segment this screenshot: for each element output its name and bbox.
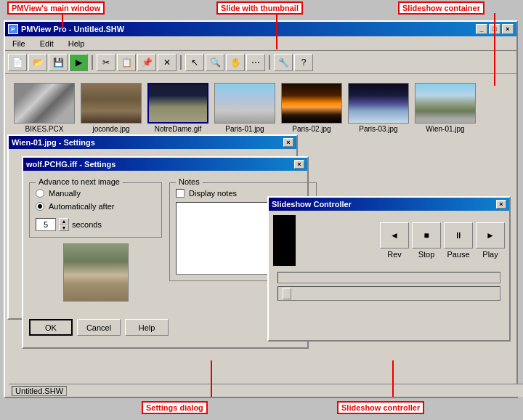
thumb-joconde[interactable]: joconde.jpg <box>81 83 142 133</box>
pause-label: Pause <box>444 250 473 259</box>
menu-bar: File Edit Help <box>5 36 516 51</box>
slideshow-ctrl-body: ◄ ■ ⏸ ► Rev Stop Pause Play <box>269 211 509 308</box>
radio-manually[interactable]: Manually <box>36 189 155 198</box>
slideshow-controller-annotation: Slideshow controller <box>337 401 424 414</box>
display-notes-label: Display notes <box>189 189 237 198</box>
thumb-img-notredame <box>147 83 208 124</box>
toolbar-help[interactable]: ? <box>294 54 313 71</box>
seconds-row: 5 ▲ ▼ seconds <box>36 218 155 231</box>
toolbar-save[interactable]: 💾 <box>49 54 68 71</box>
slideshow-ctrl-close[interactable]: × <box>496 200 506 209</box>
toolbar-copy[interactable]: 📋 <box>117 54 136 71</box>
toolbar-sep2 <box>180 55 182 70</box>
slideshow-controller: Slideshow Controller × ◄ ■ ⏸ ► Rev Stop … <box>267 196 511 342</box>
pause-button[interactable]: ⏸ <box>444 222 473 249</box>
toolbar-zoom[interactable]: 🔍 <box>206 54 224 71</box>
slider-thumb[interactable] <box>283 288 291 299</box>
window-title: PMView Pro - Untitled.SHW <box>21 25 124 33</box>
menu-help[interactable]: Help <box>64 38 89 49</box>
thumb-label-paris2: Paris-02.jpg <box>292 125 331 133</box>
ctrl-top-row: ◄ ■ ⏸ ► Rev Stop Pause Play <box>273 215 505 266</box>
title-bar: P PMView Pro - Untitled.SHW _ □ × <box>5 22 516 36</box>
slideshow-ctrl-title-text: Slideshow Controller <box>272 200 352 209</box>
status-panel: Untitled.SHW <box>12 386 67 396</box>
radio-auto-dot <box>38 204 42 209</box>
thumb-img-paris2 <box>281 83 342 124</box>
stop-button[interactable]: ■ <box>412 222 441 249</box>
radio-auto-label: Automatically after <box>49 202 114 211</box>
toolbar-cut[interactable]: ✂ <box>97 54 115 71</box>
app-icon: P <box>8 24 18 34</box>
wolf-preview-image <box>63 243 129 302</box>
thumb-img-bikes <box>14 83 75 124</box>
toolbar-props[interactable]: 🔧 <box>274 54 293 71</box>
status-text: Untitled.SHW <box>15 387 63 395</box>
dialog-wolf-close[interactable]: × <box>294 160 304 169</box>
minimize-button[interactable]: _ <box>476 24 487 34</box>
advance-group-label: Advance to next image <box>36 177 123 186</box>
toolbar-open[interactable]: 📂 <box>28 54 47 71</box>
thumb-label-wien: Wien-01.jpg <box>426 125 464 133</box>
radio-manually-circle[interactable] <box>36 189 44 198</box>
thumb-label-joconde: joconde.jpg <box>92 125 129 133</box>
spin-down[interactable]: ▼ <box>59 225 69 231</box>
ctrl-slider[interactable] <box>277 286 500 301</box>
thumb-bikes[interactable]: BIKES.PCX <box>14 83 75 133</box>
dialog-buttons: OK Cancel Help <box>23 313 307 342</box>
cancel-button[interactable]: Cancel <box>77 319 121 336</box>
spin-up[interactable]: ▲ <box>59 218 69 225</box>
thumb-wien[interactable]: Wien-01.jpg <box>415 83 476 133</box>
ctrl-button-labels: Rev Stop Pause Play <box>380 250 505 259</box>
toolbar-delete[interactable]: ✕ <box>158 54 177 71</box>
thumb-img-joconde <box>81 83 142 124</box>
play-button[interactable]: ► <box>476 222 505 249</box>
menu-file[interactable]: File <box>8 38 30 49</box>
thumb-label-paris3: Paris-03.jpg <box>359 125 397 133</box>
toolbar-pointer[interactable]: ↖ <box>185 54 204 71</box>
dialog-wolf-title-text: wolf.PCHG.iff - Settings <box>26 160 115 169</box>
thumb-label-paris1: Paris-01.jpg <box>225 125 264 133</box>
notes-label: Notes <box>176 177 203 186</box>
dialog-wolf-title: wolf.PCHG.iff - Settings × <box>23 158 307 171</box>
settings-dialog-annotation: Settings dialog <box>142 401 208 414</box>
dialog-wien-close[interactable]: × <box>283 138 293 147</box>
thumbnail-strip-row1: BIKES.PCX joconde.jpg NotreDame.gif Pari… <box>11 80 511 136</box>
radio-group: Manually Automatically after 5 ▲ ▼ <box>36 189 155 231</box>
toolbar-sep3 <box>269 55 270 70</box>
title-bar-title: P PMView Pro - Untitled.SHW <box>8 24 124 34</box>
spin-buttons: ▲ ▼ <box>59 218 69 231</box>
rev-button[interactable]: ◄ <box>380 222 409 249</box>
toolbar-run[interactable]: ▶ <box>69 54 88 71</box>
thumb-img-paris3 <box>348 83 409 124</box>
radio-auto-circle[interactable] <box>36 202 44 211</box>
slideshow-container-annotation: Slideshow container <box>398 1 485 15</box>
close-button[interactable]: × <box>502 24 514 34</box>
radio-auto[interactable]: Automatically after <box>36 202 155 211</box>
toolbar-more[interactable]: ⋯ <box>246 54 265 71</box>
dialog-wolf-body: Advance to next image Manually Automatic… <box>23 171 307 313</box>
thumb-label-bikes: BIKES.PCX <box>25 125 64 133</box>
toolbar-paste[interactable]: 📌 <box>137 54 156 71</box>
dialog-wolf: wolf.PCHG.iff - Settings × Advance to ne… <box>22 156 309 349</box>
seconds-input[interactable]: 5 <box>36 218 56 231</box>
thumb-paris1[interactable]: Paris-01.jpg <box>214 83 275 133</box>
dialog-wien-title-text: Wien-01.jpg - Settings <box>12 138 95 147</box>
ok-button[interactable]: OK <box>29 319 73 336</box>
advance-group: Advance to next image Manually Automatic… <box>29 182 162 238</box>
toolbar-hand[interactable]: ✋ <box>226 54 245 71</box>
display-notes-checkbox[interactable] <box>176 189 185 198</box>
play-label: Play <box>476 250 505 259</box>
thumb-paris3[interactable]: Paris-03.jpg <box>348 83 409 133</box>
ctrl-progress-bar <box>277 272 500 283</box>
toolbar-new[interactable]: 📄 <box>8 54 27 71</box>
ctrl-right: ◄ ■ ⏸ ► Rev Stop Pause Play <box>301 215 505 266</box>
menu-edit[interactable]: Edit <box>36 38 58 49</box>
help-button[interactable]: Help <box>125 319 169 336</box>
thumb-paris2[interactable]: Paris-02.jpg <box>281 83 342 133</box>
slideshow-ctrl-title: Slideshow Controller × <box>269 198 509 211</box>
status-bar: Untitled.SHW <box>9 384 523 397</box>
toolbar: 📄 📂 💾 ▶ ✂ 📋 📌 ✕ ↖ 🔍 ✋ ⋯ 🔧 ? <box>5 51 516 74</box>
thumb-notredame[interactable]: NotreDame.gif <box>147 83 208 133</box>
thumb-img-paris1 <box>214 83 275 124</box>
slide-thumbnail-annotation: Slide with thumbnail <box>216 1 303 15</box>
